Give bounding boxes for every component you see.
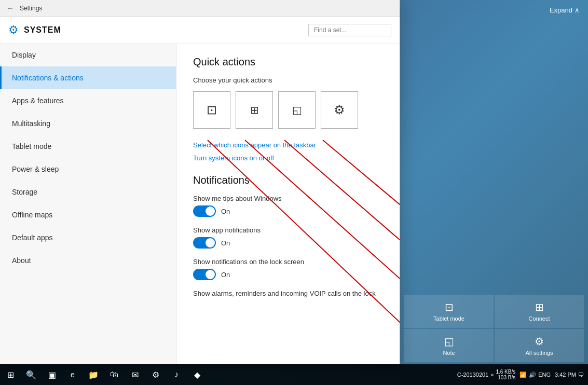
lock-notif-toggle-row: On	[193, 269, 383, 280]
settings-window: ← Settings ⚙ SYSTEM Display Notification…	[0, 0, 400, 364]
gear-icon: ⚙	[8, 23, 19, 37]
search-input[interactable]	[308, 24, 391, 36]
tips-toggle-row: On	[193, 205, 383, 217]
notif-panel-body	[400, 20, 588, 293]
explorer-icon[interactable]: 📁	[83, 364, 104, 385]
tablet-mode-label: Tablet mode	[433, 315, 464, 322]
quick-actions-title: Quick actions	[193, 56, 383, 68]
note-label: Note	[443, 350, 455, 356]
notif-tile-tablet[interactable]: ⊡ Tablet mode	[404, 295, 494, 328]
sidebar-item-display[interactable]: Display	[0, 44, 176, 66]
sidebar-item-tablet[interactable]: Tablet mode	[0, 135, 176, 158]
tablet-mode-icon: ⊡	[445, 301, 454, 313]
network-info: 1.6 KB/s 103 B/s	[496, 369, 515, 380]
system-title: SYSTEM	[24, 25, 61, 35]
notification-panel: Expand ∧ ⊡ Tablet mode ⊞ Connect ◱ Note …	[400, 0, 588, 364]
sidebar-item-power[interactable]: Power & sleep	[0, 158, 176, 181]
notifications-title: Notifications	[193, 174, 383, 186]
alarms-label: Show alarms, reminders and incoming VOIP…	[193, 290, 383, 297]
back-button[interactable]: ←	[4, 2, 17, 15]
all-settings-icon: ⚙	[535, 335, 544, 348]
taskbar: ⊞ 🔍 ▣ e 📁 🛍 ✉ ⚙ ♪ ◆ C-20130201 » 1.6 KB/…	[0, 364, 588, 385]
note-icon: ◱	[444, 335, 454, 348]
start-button[interactable]: ⊞	[0, 364, 21, 385]
volume-icon[interactable]: 🔊	[529, 372, 536, 378]
expand-button[interactable]: Expand ∧	[550, 6, 580, 14]
sidebar-item-notifications[interactable]: Notifications & actions	[0, 66, 176, 89]
notification-center-icon[interactable]: 🗨	[578, 372, 584, 378]
tips-toggle[interactable]	[193, 205, 216, 217]
app-notif-toggle-row: On	[193, 237, 383, 249]
taskbar-right: C-20130201 » 1.6 KB/s 103 B/s 📶 🔊 ENG 3:…	[453, 364, 588, 385]
app-notif-state: On	[221, 239, 230, 247]
system-id: C-20130201	[457, 372, 489, 378]
main-content: Quick actions Choose your quick actions …	[176, 44, 400, 364]
notif-tile-note[interactable]: ◱ Note	[404, 329, 494, 362]
settings-body: Display Notifications & actions Apps & f…	[0, 44, 400, 364]
quick-action-tablet[interactable]: ◱	[278, 91, 316, 129]
sidebar-item-apps[interactable]: Apps & features	[0, 89, 176, 112]
mail-icon[interactable]: ✉	[125, 364, 145, 385]
connect-icon: ⊞	[535, 301, 544, 313]
quick-action-connect[interactable]: ⊡	[193, 91, 230, 129]
clock[interactable]: 3:42 PM	[555, 372, 576, 378]
quick-actions-grid: ⊡ ⊞ ◱ ⚙	[193, 91, 383, 129]
notif-panel-header: Expand ∧	[400, 0, 588, 20]
window-title: Settings	[20, 5, 42, 12]
quick-action-settings[interactable]: ⚙	[321, 91, 358, 129]
system-icons-link[interactable]: Turn system icons on or off	[193, 154, 383, 162]
tips-label: Show me tips about Windows	[193, 195, 383, 202]
language-label: ENG	[538, 372, 551, 378]
settings-header: ⚙ SYSTEM	[0, 17, 400, 44]
task-view-icon[interactable]: ▣	[42, 364, 62, 385]
sidebar-item-offline-maps[interactable]: Offline maps	[0, 203, 176, 226]
app-notif-label: Show app notifications	[193, 226, 383, 234]
quick-action-project[interactable]: ⊞	[236, 91, 273, 129]
sidebar-item-storage[interactable]: Storage	[0, 181, 176, 203]
music-icon[interactable]: ♪	[166, 364, 187, 385]
chevron-icon: »	[490, 372, 494, 378]
store-icon[interactable]: 🛍	[104, 364, 125, 385]
taskbar-left: ⊞ 🔍 ▣ e 📁 🛍 ✉ ⚙ ♪ ◆	[0, 364, 453, 385]
app-icon[interactable]: ◆	[187, 364, 208, 385]
tips-toggle-state: On	[221, 208, 230, 215]
all-settings-label: All settings	[525, 350, 553, 356]
notifications-section: Notifications Show me tips about Windows…	[193, 174, 383, 297]
lock-notif-label: Show notifications on the lock screen	[193, 258, 383, 266]
quick-actions-subtitle: Choose your quick actions	[193, 76, 383, 84]
lock-notif-state: On	[221, 271, 230, 279]
app-notif-toggle[interactable]	[193, 237, 216, 249]
sidebar-item-default-apps[interactable]: Default apps	[0, 226, 176, 249]
notif-actions-grid: ⊡ Tablet mode ⊞ Connect ◱ Note ⚙ All set…	[400, 293, 588, 364]
notif-tile-all-settings[interactable]: ⚙ All settings	[495, 329, 584, 362]
edge-icon[interactable]: e	[62, 364, 83, 385]
settings-taskbar-icon[interactable]: ⚙	[145, 364, 166, 385]
search-icon[interactable]: 🔍	[21, 364, 42, 385]
sidebar: Display Notifications & actions Apps & f…	[0, 44, 176, 364]
network-icon[interactable]: 📶	[519, 372, 527, 378]
taskbar-icons-link[interactable]: Select which icons appear on the taskbar	[193, 141, 383, 149]
sidebar-item-about[interactable]: About	[0, 249, 176, 272]
sidebar-item-multitasking[interactable]: Multitasking	[0, 112, 176, 135]
title-bar: ← Settings	[0, 0, 400, 17]
connect-label: Connect	[529, 315, 550, 322]
lock-notif-toggle[interactable]	[193, 269, 216, 280]
notif-tile-connect[interactable]: ⊞ Connect	[495, 295, 584, 328]
